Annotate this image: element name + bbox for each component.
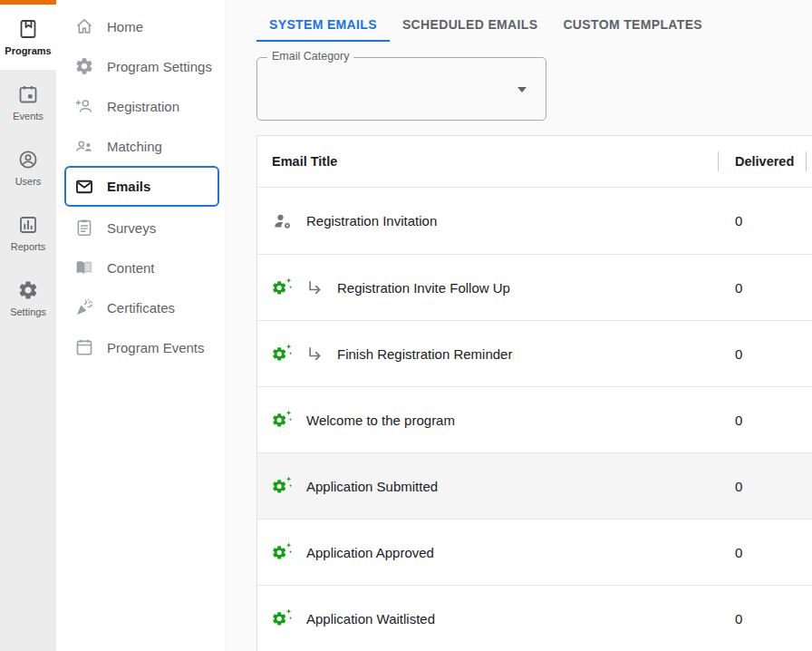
- column-divider: [806, 151, 807, 171]
- sidebar-item-matching[interactable]: Matching: [56, 126, 226, 166]
- rail-item-users[interactable]: Users: [0, 135, 56, 200]
- emails-table-header: Email Title Delivered: [257, 136, 812, 188]
- delivered-count: 0: [719, 545, 806, 560]
- sidebar-item-program-settings[interactable]: Program Settings: [56, 46, 226, 86]
- primary-nav-rail: ProgramsEventsUsersReportsSettings: [0, 0, 56, 651]
- email-title: Registration Invite Follow Up: [337, 280, 510, 296]
- auto-gear-icon: [272, 343, 294, 364]
- table-row[interactable]: Application Waitlisted0: [257, 585, 812, 651]
- gear-icon: [74, 56, 94, 76]
- tab-custom-templates[interactable]: CUSTOM TEMPLATES: [550, 9, 715, 42]
- mail-icon: [74, 177, 94, 197]
- sidebar-item-emails[interactable]: Emails: [64, 166, 219, 207]
- manage-accounts-icon: [272, 210, 294, 232]
- delivered-count: 0: [719, 213, 806, 228]
- rail-item-settings[interactable]: Settings: [0, 266, 56, 331]
- main-content: SYSTEM EMAILSSCHEDULED EMAILSCUSTOM TEMP…: [227, 0, 812, 651]
- sidebar-item-label: Program Events: [107, 340, 205, 355]
- email-tabs: SYSTEM EMAILSSCHEDULED EMAILSCUSTOM TEMP…: [227, 0, 812, 42]
- sidebar-item-label: Content: [107, 260, 155, 276]
- auto-gear-icon: [272, 607, 294, 629]
- people-icon: [74, 136, 94, 156]
- chevron-down-icon: [517, 87, 527, 92]
- calendar-event-icon: [17, 83, 39, 105]
- sidebar-item-label: Surveys: [107, 220, 156, 236]
- sidebar-item-program-events[interactable]: Program Events: [56, 327, 226, 367]
- clipboard-icon: [74, 218, 94, 238]
- sidebar-item-label: Registration: [107, 99, 179, 114]
- column-header-email-title: Email Title: [257, 154, 718, 169]
- email-title: Finish Registration Reminder: [337, 346, 512, 362]
- subdirectory-arrow-icon: [306, 345, 324, 363]
- rail-item-label: Settings: [10, 306, 46, 317]
- subdirectory-arrow-icon: [306, 278, 324, 296]
- account-circle-icon: [17, 149, 39, 170]
- email-title: Welcome to the program: [306, 413, 455, 428]
- table-row[interactable]: Finish Registration Reminder0: [257, 320, 812, 386]
- gear-icon: [17, 279, 39, 301]
- auto-gear-icon: [272, 475, 294, 497]
- rail-item-label: Programs: [5, 45, 51, 56]
- table-row[interactable]: Application Approved0: [257, 519, 812, 585]
- app-window: ProgramsEventsUsersReportsSettings HomeP…: [0, 0, 812, 651]
- auto-gear-icon: [272, 409, 294, 431]
- email-category-label: Email Category: [267, 50, 353, 63]
- email-title: Application Approved: [306, 545, 434, 560]
- table-row[interactable]: Application Submitted0: [257, 452, 812, 519]
- sidebar-item-content[interactable]: Content: [56, 248, 226, 287]
- sidebar-item-label: Program Settings: [107, 59, 212, 74]
- sidebar-item-label: Emails: [107, 179, 150, 194]
- email-category-select[interactable]: Email Category: [256, 57, 546, 121]
- calendar-blank-icon: [74, 337, 94, 357]
- emails-table-body: Registration Invitation0Registration Inv…: [257, 188, 812, 651]
- auto-gear-icon: [272, 541, 294, 563]
- sidebar-item-label: Certificates: [107, 300, 175, 316]
- rail-item-label: Events: [13, 111, 44, 121]
- rail-item-reports[interactable]: Reports: [0, 200, 56, 266]
- rail-item-events[interactable]: Events: [0, 70, 56, 135]
- bar-chart-icon: [17, 214, 39, 236]
- rail-item-label: Reports: [11, 241, 46, 252]
- sidebar-item-certificates[interactable]: Certificates: [56, 287, 226, 327]
- emails-table: Email Title Delivered Registration Invit…: [256, 135, 812, 651]
- open-book-icon: [74, 257, 94, 277]
- delivered-count: 0: [719, 479, 806, 494]
- delivered-count: 0: [719, 346, 806, 362]
- table-row[interactable]: Registration Invite Follow Up0: [257, 254, 812, 320]
- auto-gear-icon: [272, 277, 294, 298]
- sidebar-item-surveys[interactable]: Surveys: [56, 208, 226, 248]
- email-title: Registration Invitation: [306, 213, 437, 228]
- sidebar-item-registration[interactable]: Registration: [56, 86, 226, 126]
- column-header-delivered: Delivered: [719, 154, 806, 169]
- tab-scheduled-emails[interactable]: SCHEDULED EMAILS: [390, 9, 551, 42]
- tab-system-emails[interactable]: SYSTEM EMAILS: [256, 9, 390, 42]
- delivered-count: 0: [719, 280, 806, 296]
- delivered-count: 0: [719, 611, 806, 627]
- home-icon: [74, 16, 94, 36]
- table-row[interactable]: Registration Invitation0: [257, 188, 812, 254]
- program-sidebar: HomeProgram SettingsRegistrationMatching…: [56, 0, 227, 651]
- sidebar-item-label: Matching: [107, 139, 162, 154]
- rail-item-programs[interactable]: Programs: [0, 5, 56, 70]
- person-add-icon: [74, 96, 94, 116]
- delivered-count: 0: [719, 413, 806, 428]
- sidebar-item-home[interactable]: Home: [56, 6, 226, 46]
- sidebar-item-label: Home: [107, 19, 143, 34]
- email-title: Application Waitlisted: [306, 611, 435, 627]
- rail-item-label: Users: [15, 176, 42, 187]
- party-popper-icon: [74, 297, 94, 317]
- email-title: Application Submitted: [306, 479, 438, 494]
- table-row[interactable]: Welcome to the program0: [257, 386, 812, 452]
- book-icon: [17, 18, 39, 40]
